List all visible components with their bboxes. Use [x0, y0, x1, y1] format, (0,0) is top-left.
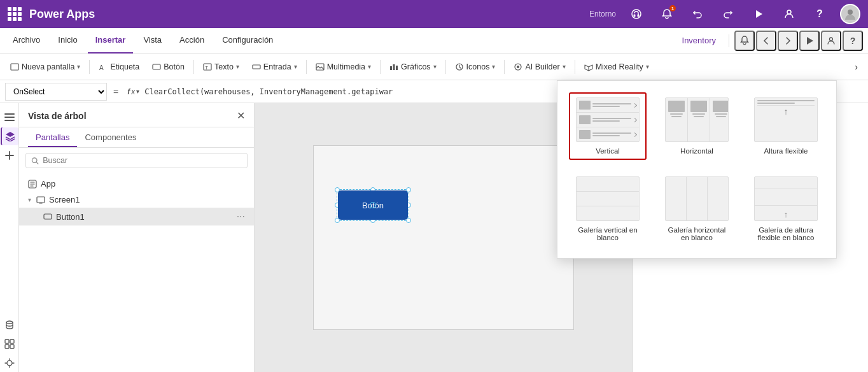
- help-icon[interactable]: ?: [809, 4, 830, 24]
- left-icon-add[interactable]: [1, 147, 18, 164]
- top-bar: Power Apps Entorno 1 ?: [0, 0, 868, 28]
- gallery-item-horizontal[interactable]: Horizontal: [658, 92, 736, 160]
- top-bar-right: Entorno 1 ?: [589, 4, 860, 24]
- env-label: Entorno: [589, 10, 616, 18]
- formula-property-select[interactable]: OnSelect: [5, 83, 107, 101]
- tree-item-screen1-label: Screen1: [49, 195, 80, 204]
- svg-point-29: [32, 157, 37, 162]
- svg-rect-28: [10, 345, 14, 348]
- button-selection: Botón: [338, 190, 408, 220]
- menu-vista[interactable]: Vista: [136, 28, 169, 54]
- menu-insertar[interactable]: Insertar: [88, 28, 134, 54]
- main-area: Vista de árbol ✕ Pantallas Componentes A…: [0, 103, 868, 372]
- svg-rect-25: [5, 340, 9, 343]
- left-icon-settings[interactable]: [1, 354, 18, 372]
- formula-fx-button[interactable]: fx ▾: [125, 86, 142, 97]
- waffle-icon[interactable]: [8, 7, 22, 21]
- tree-search-input[interactable]: [43, 156, 242, 165]
- toolbar-more-button[interactable]: ›: [850, 59, 863, 75]
- menu-inicio[interactable]: Inicio: [50, 28, 85, 54]
- tree-tabs: Pantallas Componentes: [19, 127, 254, 148]
- tree-item-button1[interactable]: Button1 ···: [19, 208, 254, 225]
- left-icon-layers[interactable]: [1, 127, 18, 145]
- play-icon[interactable]: [748, 4, 769, 24]
- svg-rect-17: [396, 66, 398, 70]
- vertical-thumb: [576, 97, 640, 142]
- menu-archivo[interactable]: Archivo: [5, 28, 48, 54]
- gallery-item-flexible[interactable]: ↑ Altura flexible: [747, 92, 825, 160]
- tree-item-app[interactable]: App: [19, 176, 254, 192]
- svg-point-0: [632, 10, 641, 18]
- blank-flexible-thumb: ↑: [754, 176, 818, 221]
- canvas-frame: Botón: [313, 145, 574, 330]
- menu-accion[interactable]: Acción: [172, 28, 212, 54]
- tb-text[interactable]: T Texto ▾: [198, 60, 244, 74]
- svg-rect-16: [393, 64, 395, 70]
- canvas-button[interactable]: Botón: [338, 190, 408, 220]
- avatar[interactable]: [840, 4, 860, 24]
- tb-icons[interactable]: Iconos ▾: [450, 60, 501, 74]
- screen-icon: [36, 196, 45, 204]
- app-title: Power Apps: [29, 8, 95, 21]
- svg-rect-2: [638, 15, 640, 17]
- forward-menu-icon[interactable]: [778, 31, 798, 51]
- tree-header: Vista de árbol ✕: [19, 103, 254, 127]
- toolbar: Nueva pantalla ▾ A Etiqueta Botón T Text…: [0, 54, 868, 80]
- tree-item-app-label: App: [41, 179, 55, 189]
- svg-marker-6: [807, 37, 813, 45]
- gallery-item-horizontal-label: Horizontal: [680, 147, 713, 155]
- gallery-item-blank-horizontal[interactable]: Galería horizontal en blanco: [658, 171, 736, 247]
- tb-label[interactable]: A Etiqueta: [94, 60, 144, 74]
- tb-mixed-reality[interactable]: Mixed Reality ▾: [579, 60, 654, 74]
- tb-new-screen[interactable]: Nueva pantalla ▾: [5, 60, 85, 74]
- question-menu-icon[interactable]: ?: [843, 31, 863, 51]
- notification-icon[interactable]: 1: [657, 4, 677, 24]
- left-icon-menu[interactable]: [1, 108, 18, 126]
- gallery-item-blank-flexible[interactable]: ↑ Galería de altura flexible en blanco: [747, 171, 825, 247]
- svg-rect-26: [10, 340, 14, 343]
- headset-icon[interactable]: [626, 4, 647, 24]
- blank-horizontal-thumb: [665, 176, 729, 221]
- tree-tab-screens[interactable]: Pantallas: [28, 127, 77, 147]
- top-bar-left: Power Apps: [8, 7, 95, 21]
- play-menu-icon[interactable]: [799, 31, 820, 51]
- back-menu-icon[interactable]: [756, 31, 776, 51]
- horizontal-thumb: [665, 97, 729, 142]
- tb-media[interactable]: Multimedia ▾: [311, 60, 376, 74]
- tb-button[interactable]: Botón: [147, 60, 190, 74]
- redo-icon[interactable]: [718, 4, 738, 24]
- user-icon[interactable]: [779, 4, 799, 24]
- tree-panel: Vista de árbol ✕ Pantallas Componentes A…: [19, 103, 255, 372]
- inventory-button[interactable]: Inventory: [675, 36, 724, 45]
- user-menu-icon[interactable]: [821, 31, 841, 51]
- gallery-item-vertical[interactable]: Vertical: [569, 92, 647, 160]
- tree-item-menu-button[interactable]: ···: [237, 211, 245, 222]
- left-icon-components[interactable]: [1, 335, 18, 353]
- gallery-item-blank-vertical-label: Galería vertical en blanco: [574, 226, 641, 241]
- gallery-item-flexible-label: Altura flexible: [764, 147, 808, 155]
- tb-charts[interactable]: Gráficos ▾: [384, 60, 442, 74]
- undo-icon[interactable]: [687, 4, 708, 24]
- tb-input[interactable]: Entrada ▾: [247, 60, 302, 74]
- tree-tab-components[interactable]: Componentes: [77, 127, 144, 147]
- blank-vertical-thumb: [576, 176, 640, 221]
- left-sidebar: [0, 103, 19, 372]
- gallery-item-blank-flexible-label: Galería de altura flexible en blanco: [752, 226, 820, 241]
- menu-configuracion[interactable]: Configuración: [214, 28, 281, 54]
- left-icon-data[interactable]: [1, 316, 18, 334]
- svg-text:A: A: [99, 64, 104, 71]
- tb-ai-builder[interactable]: AI Builder ▾: [508, 60, 570, 74]
- svg-marker-3: [756, 10, 762, 18]
- tree-title: Vista de árbol: [28, 111, 87, 121]
- svg-point-24: [6, 321, 13, 324]
- tree-close-button[interactable]: ✕: [237, 110, 245, 122]
- svg-point-7: [830, 38, 833, 41]
- tree-item-button1-label: Button1: [56, 212, 85, 222]
- svg-text:T: T: [205, 66, 208, 70]
- notifications-menu-icon[interactable]: [734, 31, 755, 51]
- svg-rect-21: [4, 113, 15, 115]
- tree-search-box[interactable]: [25, 153, 248, 168]
- gallery-item-blank-vertical[interactable]: Galería vertical en blanco: [569, 171, 647, 247]
- app-icon: [28, 180, 37, 189]
- tree-item-screen1[interactable]: ▾ Screen1: [19, 192, 254, 208]
